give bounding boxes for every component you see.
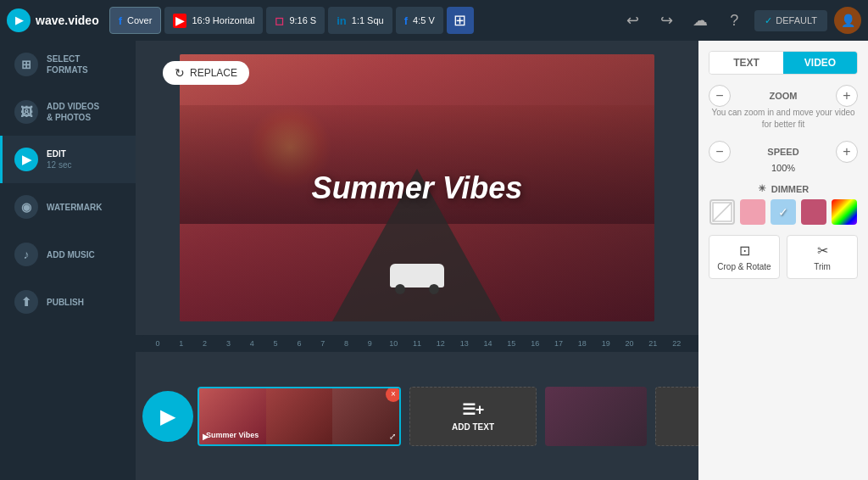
app-name: wave.video [36, 14, 99, 27]
speed-control: − SPEED + 100% [709, 141, 858, 173]
clip-label: Summer Vibes [206, 431, 259, 439]
tab-cover-label: Cover [127, 15, 152, 25]
photo-icon: 🖼 [14, 100, 38, 124]
close-clip-button[interactable]: × [386, 387, 401, 402]
zoom-hint: You can zoom in and move your video for … [709, 107, 858, 131]
swatch-rainbow[interactable] [832, 199, 857, 225]
add-text-icon: ☰+ [462, 400, 485, 419]
sidebar-item-add-music[interactable]: ♪ ADD MUSIC [0, 231, 136, 278]
sidebar-label-edit: EDIT 12 sec [47, 148, 71, 170]
replace-button[interactable]: ↻ REPLACE [163, 61, 249, 85]
sidebar-item-add-videos[interactable]: 🖼 ADD VIDEOS& PHOTOS [0, 88, 136, 136]
trim-icon: ✂ [817, 243, 828, 259]
trim-button[interactable]: ✂ Trim [787, 235, 858, 279]
replace-icon: ↻ [175, 66, 185, 80]
ruler-mark: 15 [499, 339, 523, 348]
video-canvas[interactable]: Summer Vibes [180, 54, 654, 321]
edit-icon: ▶ [14, 148, 38, 171]
action-buttons: ⊡ Crop & Rotate ✂ Trim [709, 235, 858, 279]
dimmer-section: ☀ DIMMER [709, 183, 858, 225]
speed-label: SPEED [731, 147, 836, 157]
sidebar-item-watermark[interactable]: ◉ WATERMARK [0, 183, 136, 231]
add-cta-button[interactable]: ▷+ ADD CALL TO ACTION [655, 387, 698, 446]
video-title: Summer Vibes [312, 170, 523, 206]
help-button[interactable]: ? [721, 7, 748, 34]
user-avatar[interactable]: 👤 [834, 7, 861, 34]
sidebar-item-edit[interactable]: ▶ EDIT 12 sec [0, 136, 136, 183]
resize-handle[interactable]: ⤢ [389, 432, 396, 441]
ruler-mark: 4 [240, 339, 264, 348]
ruler-marks: 012345678910111213141516171819202122 [146, 339, 688, 348]
zoom-control-row: − ZOOM + [709, 85, 858, 107]
undo-button[interactable]: ↩ [619, 7, 646, 34]
top-navigation: ▶ wave.video f Cover ▶ 16:9 Horizontal ◻… [0, 0, 868, 41]
app-logo: ▶ wave.video [7, 8, 99, 32]
sidebar-label-watermark: WATERMARK [47, 202, 102, 213]
canvas-area: ↻ REPLACE Summer Vibes [136, 41, 698, 335]
ruler-mark: 7 [311, 339, 335, 348]
ruler-mark: 20 [618, 339, 642, 348]
ruler-mark: 14 [476, 339, 500, 348]
right-panel: TEXT VIDEO − ZOOM + You can zoom in and … [698, 41, 868, 480]
left-sidebar: ⊞ SELECT FORMATS 🖼 ADD VIDEOS& PHOTOS ▶ … [0, 41, 136, 480]
zoom-minus-button[interactable]: − [709, 85, 731, 107]
expand-formats-button[interactable]: ⊞ [447, 7, 474, 34]
watermark-icon: ◉ [14, 195, 38, 219]
zoom-label: ZOOM [731, 91, 836, 101]
tab-45v[interactable]: f 4:5 V [396, 7, 443, 34]
replace-label: REPLACE [190, 67, 237, 79]
speed-control-row: − SPEED + [709, 141, 858, 163]
fb-icon-45v: f [404, 14, 408, 27]
tab-1sq-label: 1:1 Squ [352, 15, 384, 25]
sidebar-item-publish[interactable]: ⬆ PUBLISH [0, 278, 136, 326]
track-wrapper: × Summer Vibes ▶ 12 sec ⤢ ☰+ [193, 382, 698, 450]
play-button[interactable]: ▶ [142, 391, 193, 442]
ruler-mark: 16 [523, 339, 547, 348]
crop-icon: ⊡ [739, 243, 750, 259]
tab-1sq[interactable]: in 1:1 Squ [328, 7, 392, 34]
redo-button[interactable]: ↪ [653, 7, 680, 34]
li-icon: in [337, 14, 347, 27]
tab-video[interactable]: VIDEO [783, 52, 857, 74]
swatch-pink[interactable] [740, 199, 765, 225]
ruler-mark: 5 [264, 339, 287, 348]
sidebar-label-add-videos: ADD VIDEOS& PHOTOS [47, 101, 99, 123]
sidebar-label-publish: PUBLISH [47, 297, 84, 308]
sidebar-label-select-formats: SELECT FORMATS [47, 53, 88, 75]
default-button[interactable]: ✓ DEFAULT [754, 10, 827, 31]
cloud-save-button[interactable]: ☁ [687, 7, 714, 34]
video-clip[interactable]: × Summer Vibes ▶ 12 sec ⤢ [198, 387, 401, 446]
speed-minus-button[interactable]: − [709, 141, 731, 163]
fb-icon-cover: f [119, 14, 122, 27]
outline-swatch-icon [711, 201, 733, 223]
ruler-mark: 21 [641, 339, 665, 348]
timeline-ruler: 012345678910111213141516171819202122 [142, 335, 692, 352]
video-clip-2[interactable] [545, 387, 647, 446]
ruler-mark: 17 [547, 339, 570, 348]
ruler-mark: 19 [594, 339, 618, 348]
color-swatches [709, 199, 858, 225]
thumb-2 [266, 388, 333, 444]
ruler-mark: 10 [381, 339, 405, 348]
swatch-light-blue[interactable] [771, 199, 796, 225]
music-icon: ♪ [14, 243, 38, 266]
ruler-mark: 0 [146, 339, 170, 348]
nav-actions: ↩ ↪ ☁ ? ✓ DEFAULT 👤 [619, 7, 861, 34]
zoom-plus-button[interactable]: + [836, 85, 858, 107]
tab-text[interactable]: TEXT [709, 52, 783, 74]
car [390, 264, 444, 287]
crop-rotate-button[interactable]: ⊡ Crop & Rotate [709, 235, 780, 279]
add-text-button[interactable]: ☰+ ADD TEXT [409, 387, 537, 446]
ruler-mark: 2 [193, 339, 217, 348]
tab-cover[interactable]: f Cover [109, 7, 162, 34]
timeline-bottom: ▶ × Summer Vibes ▶ 12 sec [136, 352, 698, 480]
tab-169h[interactable]: ▶ 16:9 Horizontal [164, 7, 263, 34]
sidebar-item-select-formats[interactable]: ⊞ SELECT FORMATS [0, 41, 136, 88]
tab-916s[interactable]: ◻ 9:16 S [266, 7, 325, 34]
speed-plus-button[interactable]: + [836, 141, 858, 163]
ruler-mark: 1 [170, 339, 193, 348]
swatch-outline[interactable] [709, 199, 735, 225]
ig-icon: ◻ [275, 14, 284, 27]
ruler-mark: 13 [453, 339, 476, 348]
swatch-dark-pink[interactable] [801, 199, 826, 225]
